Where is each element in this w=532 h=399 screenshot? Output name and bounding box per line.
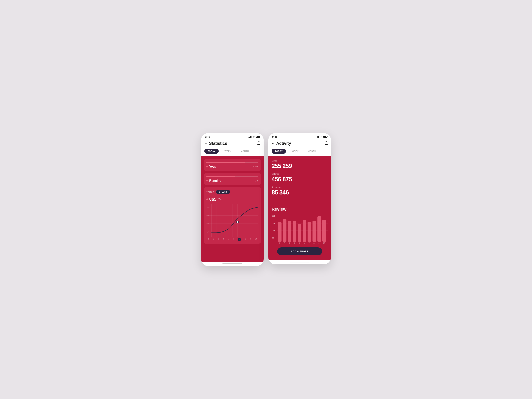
svg-rect-35 — [317, 216, 321, 242]
signal-icon-1 — [248, 136, 252, 138]
running-row: Running 1 h — [206, 179, 258, 183]
cal-dot — [206, 198, 208, 200]
stats-body: Yoga 15 min Running 1 h — [201, 156, 264, 262]
kilometres-label: Kilometres — [272, 186, 328, 188]
svg-text:8: 8 — [313, 242, 315, 244]
tabs-2: TODAY WEEK MONTH — [268, 149, 331, 156]
svg-text:3: 3 — [289, 242, 290, 244]
back-button-1[interactable]: ← — [204, 142, 207, 145]
back-button-2[interactable]: ← — [272, 142, 275, 145]
svg-text:400: 400 — [207, 206, 209, 208]
tab-today-1[interactable]: TODAY — [204, 149, 219, 154]
yoga-name: Yoga — [209, 165, 216, 168]
x-label-9: 9 — [250, 238, 251, 241]
svg-rect-28 — [283, 219, 286, 242]
x-label-6: 6 — [233, 238, 234, 241]
tab-week-1[interactable]: WEEK — [221, 149, 235, 154]
x-label-8: 8 — [245, 238, 246, 241]
calories-value: 456 875 — [272, 176, 328, 183]
x-label-2: 2 — [213, 238, 214, 241]
status-icons-1 — [248, 136, 260, 138]
x-label-7-active: 7 — [238, 238, 241, 241]
svg-rect-31 — [298, 224, 301, 242]
running-name-group: Running — [206, 179, 221, 183]
home-indicator-1 — [222, 263, 242, 264]
svg-rect-36 — [323, 220, 326, 242]
running-card: Running 1 h — [204, 173, 261, 185]
x-label-3: 3 — [218, 238, 219, 241]
activity-stats: Steps 255 259 Calories 456 875 Kilometre… — [268, 156, 331, 203]
header-left-2: ← Activity — [272, 141, 291, 146]
line-chart: 400 300 200 100 — [206, 204, 258, 237]
phones-container: 9:41 ← S — [201, 133, 331, 266]
yoga-time: 15 min — [252, 165, 258, 168]
cal-number: 865 — [209, 197, 216, 202]
chart-card: TABLA CHART 865 Cal — [204, 187, 261, 244]
bar-chart: 20k 15k 10k 5k — [272, 215, 328, 244]
header-left-1: ← Statistics — [204, 141, 227, 146]
page-title-2: Activity — [276, 141, 291, 146]
cal-unit: Cal — [218, 198, 222, 201]
page-title-1: Statistics — [209, 141, 227, 146]
svg-rect-34 — [312, 221, 316, 242]
share-button-2[interactable] — [325, 141, 328, 146]
running-progress-fill — [206, 176, 235, 177]
svg-text:1: 1 — [279, 242, 280, 244]
svg-text:5k: 5k — [272, 237, 274, 239]
calories-stat: Calories 456 875 — [272, 173, 328, 183]
yoga-progress-fill — [206, 162, 245, 163]
svg-text:6: 6 — [304, 242, 304, 244]
yoga-dot — [206, 166, 208, 167]
x-label-5: 5 — [228, 238, 229, 241]
svg-text:2: 2 — [284, 242, 285, 244]
tab-week-2[interactable]: WEEK — [289, 149, 302, 154]
wifi-icon-1 — [253, 136, 255, 138]
tab-month-2[interactable]: MONTH — [304, 149, 319, 154]
chart-x-labels: 1 2 3 4 5 6 7 8 9 10 — [206, 238, 258, 241]
tabs-1: TODAY WEEK MONTH — [201, 149, 264, 156]
steps-value: 255 259 — [272, 163, 328, 170]
chart-tab[interactable]: CHART — [216, 190, 230, 194]
calories-label: Calories — [272, 173, 328, 175]
svg-text:200: 200 — [207, 222, 209, 224]
share-button-1[interactable] — [257, 141, 260, 146]
svg-rect-32 — [303, 220, 306, 242]
review-section: Review 20k 15k 10k 5k — [268, 203, 331, 260]
cal-display: 865 Cal — [206, 197, 258, 202]
yoga-progress-bg — [206, 162, 258, 163]
svg-text:5: 5 — [299, 242, 300, 244]
svg-rect-29 — [288, 221, 291, 242]
bar-chart-svg: 20k 15k 10k 5k — [272, 215, 328, 244]
running-time: 1 h — [255, 179, 258, 182]
status-icons-2 — [316, 136, 327, 138]
tabla-tab[interactable]: TABLA — [206, 191, 214, 193]
x-label-1: 1 — [208, 238, 209, 241]
running-name: Running — [209, 179, 221, 183]
tab-month-1[interactable]: MONTH — [237, 149, 252, 154]
status-bar-2: 9:41 — [268, 133, 331, 139]
wifi-icon-2 — [320, 136, 323, 138]
svg-text:10: 10 — [323, 242, 325, 244]
status-time-1: 9:41 — [205, 135, 210, 138]
steps-label: Steps — [272, 160, 328, 162]
svg-text:100: 100 — [207, 231, 209, 233]
running-dot — [206, 180, 208, 181]
x-label-10: 10 — [255, 238, 257, 241]
header-2: ← Activity — [268, 139, 331, 149]
kilometres-value: 85 346 — [272, 189, 328, 196]
signal-icon-2 — [316, 136, 319, 138]
svg-point-18 — [236, 221, 239, 223]
home-indicator-2 — [290, 262, 310, 262]
svg-text:300: 300 — [207, 214, 209, 216]
review-title: Review — [272, 207, 328, 212]
battery-icon-1 — [256, 136, 260, 138]
status-bar-1: 9:41 — [201, 133, 264, 139]
tab-today-2[interactable]: TODAY — [272, 149, 286, 154]
statistics-phone: 9:41 ← S — [201, 133, 264, 266]
add-sport-button[interactable]: ADD A SPORT — [277, 247, 322, 255]
chart-tabs: TABLA CHART — [206, 190, 258, 194]
kilometres-stat: Kilometres 85 346 — [272, 186, 328, 196]
yoga-row: Yoga 15 min — [206, 165, 258, 168]
battery-icon-2 — [323, 136, 327, 138]
svg-rect-30 — [293, 221, 296, 242]
